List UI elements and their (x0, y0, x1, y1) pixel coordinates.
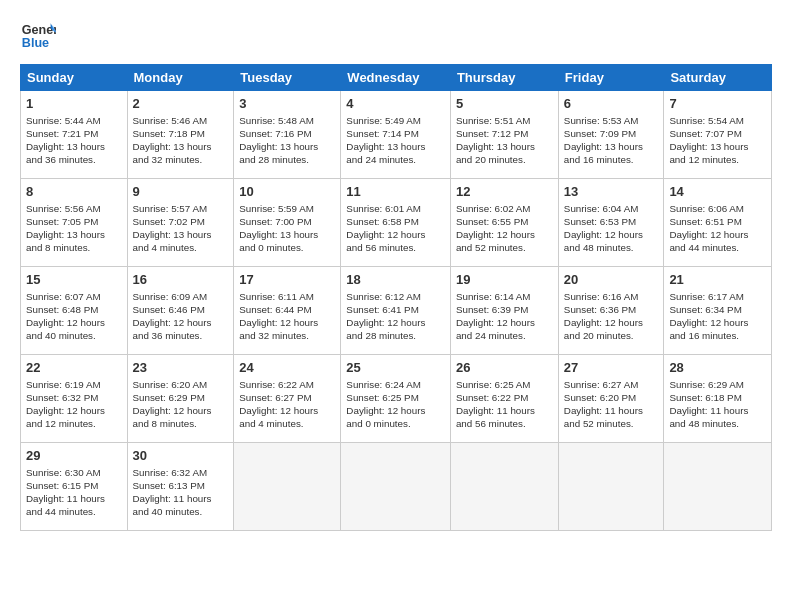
day-number: 11 (346, 183, 445, 201)
header: General Blue (20, 16, 772, 52)
day-number: 22 (26, 359, 122, 377)
day-info: Sunrise: 6:25 AM Sunset: 6:22 PM Dayligh… (456, 378, 553, 431)
day-number: 19 (456, 271, 553, 289)
day-info: Sunrise: 6:29 AM Sunset: 6:18 PM Dayligh… (669, 378, 766, 431)
day-info: Sunrise: 6:12 AM Sunset: 6:41 PM Dayligh… (346, 290, 445, 343)
day-number: 29 (26, 447, 122, 465)
calendar-day-cell: 18Sunrise: 6:12 AM Sunset: 6:41 PM Dayli… (341, 267, 451, 355)
calendar-day-cell: 4Sunrise: 5:49 AM Sunset: 7:14 PM Daylig… (341, 91, 451, 179)
day-info: Sunrise: 6:30 AM Sunset: 6:15 PM Dayligh… (26, 466, 122, 519)
day-info: Sunrise: 5:44 AM Sunset: 7:21 PM Dayligh… (26, 114, 122, 167)
day-info: Sunrise: 6:09 AM Sunset: 6:46 PM Dayligh… (133, 290, 229, 343)
day-info: Sunrise: 6:19 AM Sunset: 6:32 PM Dayligh… (26, 378, 122, 431)
day-info: Sunrise: 6:24 AM Sunset: 6:25 PM Dayligh… (346, 378, 445, 431)
calendar-day-cell: 2Sunrise: 5:46 AM Sunset: 7:18 PM Daylig… (127, 91, 234, 179)
day-info: Sunrise: 6:32 AM Sunset: 6:13 PM Dayligh… (133, 466, 229, 519)
day-number: 6 (564, 95, 659, 113)
day-of-week-header: Saturday (664, 65, 772, 91)
calendar-day-cell: 5Sunrise: 5:51 AM Sunset: 7:12 PM Daylig… (450, 91, 558, 179)
calendar-day-cell: 8Sunrise: 5:56 AM Sunset: 7:05 PM Daylig… (21, 179, 128, 267)
day-number: 20 (564, 271, 659, 289)
day-info: Sunrise: 5:46 AM Sunset: 7:18 PM Dayligh… (133, 114, 229, 167)
day-number: 1 (26, 95, 122, 113)
logo-icon: General Blue (20, 16, 56, 52)
day-number: 28 (669, 359, 766, 377)
calendar-day-cell: 12Sunrise: 6:02 AM Sunset: 6:55 PM Dayli… (450, 179, 558, 267)
day-info: Sunrise: 5:49 AM Sunset: 7:14 PM Dayligh… (346, 114, 445, 167)
calendar-day-cell: 3Sunrise: 5:48 AM Sunset: 7:16 PM Daylig… (234, 91, 341, 179)
day-number: 21 (669, 271, 766, 289)
calendar-day-cell: 16Sunrise: 6:09 AM Sunset: 6:46 PM Dayli… (127, 267, 234, 355)
day-info: Sunrise: 5:54 AM Sunset: 7:07 PM Dayligh… (669, 114, 766, 167)
calendar-week-row: 15Sunrise: 6:07 AM Sunset: 6:48 PM Dayli… (21, 267, 772, 355)
day-number: 14 (669, 183, 766, 201)
day-number: 9 (133, 183, 229, 201)
day-info: Sunrise: 6:01 AM Sunset: 6:58 PM Dayligh… (346, 202, 445, 255)
day-of-week-header: Thursday (450, 65, 558, 91)
day-number: 12 (456, 183, 553, 201)
calendar-day-cell: 24Sunrise: 6:22 AM Sunset: 6:27 PM Dayli… (234, 355, 341, 443)
day-info: Sunrise: 5:56 AM Sunset: 7:05 PM Dayligh… (26, 202, 122, 255)
calendar-day-cell: 19Sunrise: 6:14 AM Sunset: 6:39 PM Dayli… (450, 267, 558, 355)
calendar-day-cell: 1Sunrise: 5:44 AM Sunset: 7:21 PM Daylig… (21, 91, 128, 179)
calendar: SundayMondayTuesdayWednesdayThursdayFrid… (20, 64, 772, 531)
day-number: 7 (669, 95, 766, 113)
day-info: Sunrise: 6:17 AM Sunset: 6:34 PM Dayligh… (669, 290, 766, 343)
calendar-day-cell: 7Sunrise: 5:54 AM Sunset: 7:07 PM Daylig… (664, 91, 772, 179)
day-number: 18 (346, 271, 445, 289)
calendar-day-cell (234, 443, 341, 531)
calendar-day-cell (558, 443, 664, 531)
day-info: Sunrise: 6:20 AM Sunset: 6:29 PM Dayligh… (133, 378, 229, 431)
page: General Blue SundayMondayTuesdayWednesda… (0, 0, 792, 547)
day-info: Sunrise: 6:27 AM Sunset: 6:20 PM Dayligh… (564, 378, 659, 431)
day-number: 26 (456, 359, 553, 377)
calendar-day-cell: 11Sunrise: 6:01 AM Sunset: 6:58 PM Dayli… (341, 179, 451, 267)
day-of-week-header: Monday (127, 65, 234, 91)
day-info: Sunrise: 6:11 AM Sunset: 6:44 PM Dayligh… (239, 290, 335, 343)
day-info: Sunrise: 6:06 AM Sunset: 6:51 PM Dayligh… (669, 202, 766, 255)
calendar-day-cell: 6Sunrise: 5:53 AM Sunset: 7:09 PM Daylig… (558, 91, 664, 179)
calendar-day-cell (664, 443, 772, 531)
day-info: Sunrise: 6:14 AM Sunset: 6:39 PM Dayligh… (456, 290, 553, 343)
calendar-week-row: 1Sunrise: 5:44 AM Sunset: 7:21 PM Daylig… (21, 91, 772, 179)
day-number: 30 (133, 447, 229, 465)
calendar-day-cell (341, 443, 451, 531)
calendar-day-cell: 23Sunrise: 6:20 AM Sunset: 6:29 PM Dayli… (127, 355, 234, 443)
calendar-day-cell: 30Sunrise: 6:32 AM Sunset: 6:13 PM Dayli… (127, 443, 234, 531)
calendar-day-cell: 17Sunrise: 6:11 AM Sunset: 6:44 PM Dayli… (234, 267, 341, 355)
calendar-week-row: 22Sunrise: 6:19 AM Sunset: 6:32 PM Dayli… (21, 355, 772, 443)
day-info: Sunrise: 5:51 AM Sunset: 7:12 PM Dayligh… (456, 114, 553, 167)
calendar-day-cell: 27Sunrise: 6:27 AM Sunset: 6:20 PM Dayli… (558, 355, 664, 443)
day-number: 4 (346, 95, 445, 113)
calendar-day-cell: 10Sunrise: 5:59 AM Sunset: 7:00 PM Dayli… (234, 179, 341, 267)
calendar-day-cell: 14Sunrise: 6:06 AM Sunset: 6:51 PM Dayli… (664, 179, 772, 267)
day-info: Sunrise: 6:22 AM Sunset: 6:27 PM Dayligh… (239, 378, 335, 431)
day-number: 3 (239, 95, 335, 113)
day-number: 2 (133, 95, 229, 113)
svg-text:Blue: Blue (22, 36, 49, 50)
calendar-day-cell: 9Sunrise: 5:57 AM Sunset: 7:02 PM Daylig… (127, 179, 234, 267)
day-number: 27 (564, 359, 659, 377)
day-number: 8 (26, 183, 122, 201)
calendar-day-cell: 13Sunrise: 6:04 AM Sunset: 6:53 PM Dayli… (558, 179, 664, 267)
calendar-day-cell: 29Sunrise: 6:30 AM Sunset: 6:15 PM Dayli… (21, 443, 128, 531)
calendar-day-cell: 15Sunrise: 6:07 AM Sunset: 6:48 PM Dayli… (21, 267, 128, 355)
calendar-day-cell: 26Sunrise: 6:25 AM Sunset: 6:22 PM Dayli… (450, 355, 558, 443)
day-info: Sunrise: 5:57 AM Sunset: 7:02 PM Dayligh… (133, 202, 229, 255)
day-number: 23 (133, 359, 229, 377)
day-number: 24 (239, 359, 335, 377)
day-info: Sunrise: 6:16 AM Sunset: 6:36 PM Dayligh… (564, 290, 659, 343)
day-of-week-header: Friday (558, 65, 664, 91)
day-number: 10 (239, 183, 335, 201)
calendar-day-cell: 28Sunrise: 6:29 AM Sunset: 6:18 PM Dayli… (664, 355, 772, 443)
day-info: Sunrise: 5:48 AM Sunset: 7:16 PM Dayligh… (239, 114, 335, 167)
day-of-week-header: Wednesday (341, 65, 451, 91)
calendar-header-row: SundayMondayTuesdayWednesdayThursdayFrid… (21, 65, 772, 91)
calendar-week-row: 29Sunrise: 6:30 AM Sunset: 6:15 PM Dayli… (21, 443, 772, 531)
calendar-day-cell: 22Sunrise: 6:19 AM Sunset: 6:32 PM Dayli… (21, 355, 128, 443)
day-info: Sunrise: 6:02 AM Sunset: 6:55 PM Dayligh… (456, 202, 553, 255)
day-of-week-header: Sunday (21, 65, 128, 91)
day-info: Sunrise: 5:59 AM Sunset: 7:00 PM Dayligh… (239, 202, 335, 255)
calendar-day-cell (450, 443, 558, 531)
calendar-day-cell: 21Sunrise: 6:17 AM Sunset: 6:34 PM Dayli… (664, 267, 772, 355)
